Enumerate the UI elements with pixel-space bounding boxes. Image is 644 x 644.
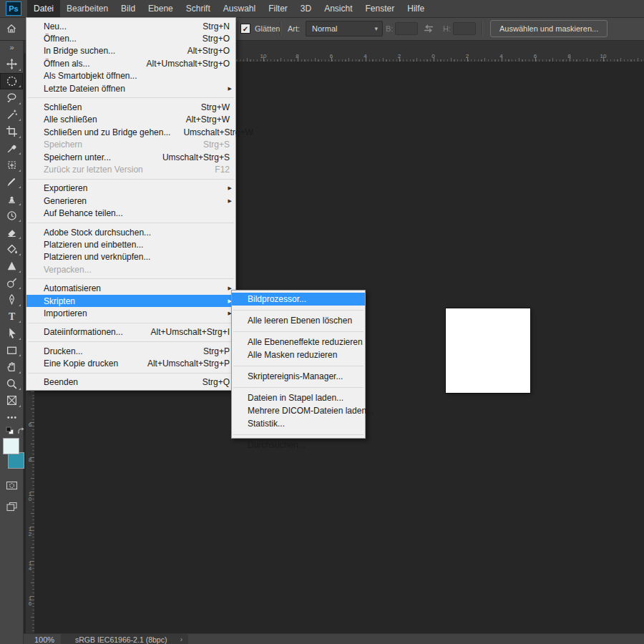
dodge-tool[interactable] [0,275,23,292]
healing-brush-tool[interactable] [0,157,23,174]
menu-item-label: Zurück zur letzten Version [44,165,202,175]
menu-item-shortcut: Strg+Q [203,377,230,387]
scripts-submenu: Bildprozessor...Alle leeren Ebenen lösch… [231,290,366,439]
menu-item-label: In Bridge suchen... [44,46,175,56]
zoom-level-indicator[interactable]: 100% [34,635,54,644]
file-menu-item-platzieren-und-einbetten[interactable]: Platzieren und einbetten... [26,238,235,250]
elliptical-marquee-tool[interactable] [0,73,23,90]
home-icon[interactable] [6,23,17,34]
file-menu-item-letzte-dateien-ffnen[interactable]: Letzte Dateien öffnen▶ [26,82,235,94]
file-menu-item-platzieren-und-verkn-pfen[interactable]: Platzieren und verknüpfen... [26,251,235,263]
menu-separator [232,306,365,314]
brush-icon [6,176,18,188]
foreground-color-swatch[interactable] [3,438,19,454]
scripts-submenu-item-mehrere-dicom-dateien-laden[interactable]: Mehrere DICOM-Dateien laden... [232,404,365,417]
document-canvas[interactable] [446,308,530,393]
pen-tool[interactable] [0,291,23,308]
menu-item-label: Mehrere DICOM-Dateien laden... [248,406,374,416]
ruler-major-tick [30,527,34,527]
file-menu-item-ffnen-als[interactable]: Öffnen als...Alt+Umschalt+Strg+O [26,57,235,69]
anti-alias-option: ✓ Glätten [240,24,280,34]
file-menu-item-in-bridge-suchen[interactable]: In Bridge suchen...Alt+Strg+O [26,45,235,57]
menubar-item-3d[interactable]: 3D [294,0,318,17]
menubar-item-hilfe[interactable]: Hilfe [401,0,431,17]
file-menu-item-adobe-stock-durchsuchen[interactable]: Adobe Stock durchsuchen... [26,226,235,238]
menubar-item-filter[interactable]: Filter [262,0,294,17]
menubar-item-ebene[interactable]: Ebene [142,0,180,17]
file-menu-item-dateiinformationen[interactable]: Dateiinformationen...Alt+Umschalt+Strg+I [26,326,235,338]
file-menu-item-zur-ck-zur-letzten-version: Zurück zur letzten VersionF12 [26,163,235,175]
scripts-submenu-item-durchsuchen[interactable]: Durchsuchen... [232,439,365,452]
background-color-swatch[interactable] [8,452,24,469]
menu-separator [26,370,235,376]
rectangle-tool[interactable] [0,342,23,359]
menubar-item-datei[interactable]: Datei [27,0,60,17]
file-menu-item-schlie-en[interactable]: SchließenStrg+W [26,101,235,113]
file-menu-item-exportieren[interactable]: Exportieren▶ [26,182,235,195]
brush-tool[interactable] [0,174,23,191]
type-tool[interactable]: T [0,308,23,326]
file-menu-item-generieren[interactable]: Generieren▶ [26,195,235,207]
lasso-tool[interactable] [0,89,23,107]
document-info[interactable]: sRGB IEC61966-2.1 (8bpc) › [61,634,188,644]
scripts-submenu-item-alle-leeren-ebenen-l-schen[interactable]: Alle leeren Ebenen löschen [232,314,365,327]
history-brush-tool[interactable] [0,208,23,225]
menu-item-label: Letzte Dateien öffnen [44,84,230,94]
mode-select[interactable]: Normal ▾ [306,21,383,36]
expand-toolbar-icon[interactable]: » [0,40,23,54]
menubar-item-bearbeiten[interactable]: Bearbeiten [60,0,114,17]
quick-mask-icon[interactable] [0,479,23,491]
select-and-mask-button[interactable]: Auswählen und maskieren... [490,20,608,37]
file-menu-item-importieren[interactable]: Importieren▶ [26,307,235,319]
file-menu-item-ffnen[interactable]: Öffnen...Strg+O [26,32,235,44]
scripts-submenu-item-dateien-in-stapel-laden[interactable]: Dateien in Stapel laden... [232,391,365,404]
menubar-item-schrift[interactable]: Schrift [180,0,217,17]
scripts-submenu-item-statistik[interactable]: Statistik... [232,417,365,430]
menubar-item-bild[interactable]: Bild [114,0,142,17]
path-selection-tool[interactable] [0,325,23,342]
menu-item-label: Verpacken... [44,265,230,275]
file-menu-item-neu[interactable]: Neu...Strg+N [26,20,235,32]
file-menu-item-alle-schlie-en[interactable]: Alle schließenAlt+Strg+W [26,114,235,126]
file-menu-item-drucken[interactable]: Drucken...Strg+P [26,345,235,357]
menu-separator [26,220,235,226]
clone-stamp-tool[interactable] [0,190,23,208]
scripts-submenu-item-alle-ebeneneffekte-reduzieren[interactable]: Alle Ebeneneffekte reduzieren [232,336,365,348]
file-menu-item-skripten[interactable]: Skripten▶ [26,295,235,307]
menu-separator [232,383,365,391]
edit-toolbar-tool[interactable] [0,409,23,426]
scripts-submenu-item-skriptereignis-manager[interactable]: Skriptereignis-Manager... [232,370,365,383]
file-menu-item-speichern-unter[interactable]: Speichern unter...Umschalt+Strg+S [26,151,235,163]
anti-alias-checkbox[interactable]: ✓ [240,24,250,34]
file-menu-item-auf-behance-teilen[interactable]: Auf Behance teilen... [26,207,235,219]
file-menu-item-schlie-en-und-zu-bridge-gehen[interactable]: Schließen und zu Bridge gehen...Umschalt… [26,126,235,138]
scripts-submenu-item-alle-masken-reduzieren[interactable]: Alle Masken reduzieren [232,348,365,361]
menubar-item-ansicht[interactable]: Ansicht [318,0,358,17]
menubar-item-fenster[interactable]: Fenster [359,0,401,17]
file-menu-item-beenden[interactable]: BeendenStrg+Q [26,376,235,389]
move-tool[interactable] [0,56,23,73]
eraser-icon [6,226,18,238]
file-menu-item-eine-kopie-drucken[interactable]: Eine Kopie druckenAlt+Umschalt+Strg+P [26,357,235,369]
blur-tool[interactable] [0,258,23,275]
ruler-major-tick [30,561,34,562]
move-icon [6,58,18,70]
zoom-tool[interactable] [0,376,23,393]
quick-selection-tool[interactable] [0,107,23,124]
swap-colors-icon[interactable] [10,426,33,435]
eraser-tool[interactable] [0,224,23,241]
file-menu-item-automatisieren[interactable]: Automatisieren▶ [26,282,235,294]
rectangle-icon [6,344,18,356]
file-menu-item-als-smartobjekt-ffnen[interactable]: Als Smartobjekt öffnen... [26,70,235,82]
screen-mode-icon[interactable] [0,501,23,512]
frame-tool[interactable] [0,392,23,409]
ruler-major-tick [399,57,400,62]
menubar-item-auswahl[interactable]: Auswahl [217,0,262,17]
hand-tool[interactable] [0,358,23,376]
gradient-tool[interactable] [0,241,23,258]
menu-item-label: Platzieren und einbetten... [44,240,230,250]
crop-tool[interactable] [0,123,23,140]
scripts-submenu-item-bildprozessor[interactable]: Bildprozessor... [232,293,365,306]
color-profile-text: sRGB IEC61966-2.1 (8bpc) [75,635,167,644]
eyedropper-tool[interactable] [0,140,23,157]
